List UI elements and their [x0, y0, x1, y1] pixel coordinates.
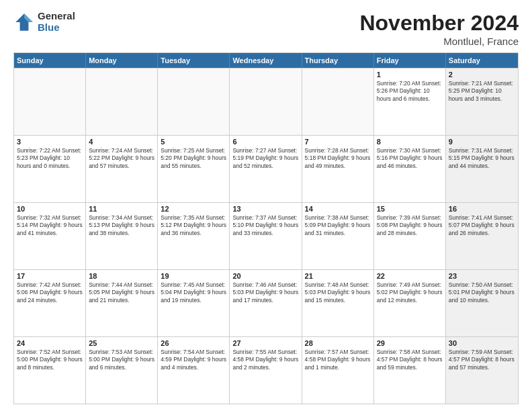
day-cell-3-4: 21Sunrise: 7:48 AM Sunset: 5:03 PM Dayli…: [302, 270, 374, 336]
day-cell-1-1: 4Sunrise: 7:24 AM Sunset: 5:22 PM Daylig…: [86, 136, 158, 202]
header-friday: Friday: [374, 53, 446, 68]
day-number-2-4: 14: [305, 205, 371, 213]
logo-blue-text: Blue: [38, 22, 75, 34]
day-info-3-6: Sunrise: 7:50 AM Sunset: 5:01 PM Dayligh…: [449, 281, 515, 304]
day-cell-3-0: 17Sunrise: 7:42 AM Sunset: 5:06 PM Dayli…: [14, 270, 86, 336]
day-info-1-4: Sunrise: 7:28 AM Sunset: 5:18 PM Dayligh…: [305, 147, 371, 170]
day-info-1-5: Sunrise: 7:30 AM Sunset: 5:16 PM Dayligh…: [377, 147, 443, 170]
day-cell-3-5: 22Sunrise: 7:49 AM Sunset: 5:02 PM Dayli…: [374, 270, 446, 336]
day-number-3-0: 17: [17, 272, 83, 280]
day-number-3-1: 18: [89, 272, 154, 280]
day-number-4-6: 30: [449, 339, 515, 347]
day-info-2-0: Sunrise: 7:32 AM Sunset: 5:14 PM Dayligh…: [17, 214, 83, 237]
day-cell-1-0: 3Sunrise: 7:22 AM Sunset: 5:23 PM Daylig…: [14, 136, 86, 202]
day-number-2-5: 15: [377, 205, 443, 213]
logo-icon: [13, 11, 35, 33]
title-month: November 2024: [359, 11, 519, 36]
calendar-header: Sunday Monday Tuesday Wednesday Thursday…: [14, 53, 518, 68]
day-cell-4-0: 24Sunrise: 7:52 AM Sunset: 5:00 PM Dayli…: [14, 337, 86, 404]
day-info-3-1: Sunrise: 7:44 AM Sunset: 5:05 PM Dayligh…: [89, 281, 154, 304]
day-number-1-2: 5: [161, 138, 226, 146]
day-number-4-2: 26: [161, 339, 226, 347]
title-location: Montluel, France: [359, 36, 519, 47]
day-info-0-5: Sunrise: 7:20 AM Sunset: 5:26 PM Dayligh…: [377, 80, 443, 103]
day-info-3-4: Sunrise: 7:48 AM Sunset: 5:03 PM Dayligh…: [305, 281, 371, 304]
day-info-4-1: Sunrise: 7:53 AM Sunset: 5:00 PM Dayligh…: [89, 349, 154, 371]
day-number-2-2: 12: [161, 205, 226, 213]
day-info-1-0: Sunrise: 7:22 AM Sunset: 5:23 PM Dayligh…: [17, 147, 83, 170]
day-info-0-6: Sunrise: 7:21 AM Sunset: 5:25 PM Dayligh…: [449, 80, 515, 103]
day-cell-4-4: 28Sunrise: 7:57 AM Sunset: 4:58 PM Dayli…: [302, 337, 374, 404]
week-row-0: 1Sunrise: 7:20 AM Sunset: 5:26 PM Daylig…: [14, 68, 518, 135]
day-number-1-5: 8: [377, 138, 443, 146]
day-number-1-1: 4: [89, 138, 154, 146]
day-info-4-3: Sunrise: 7:55 AM Sunset: 4:58 PM Dayligh…: [232, 349, 298, 371]
day-number-2-6: 16: [449, 205, 515, 213]
header-wednesday: Wednesday: [230, 53, 302, 68]
day-info-1-2: Sunrise: 7:25 AM Sunset: 5:20 PM Dayligh…: [161, 147, 226, 170]
day-info-2-6: Sunrise: 7:41 AM Sunset: 5:07 PM Dayligh…: [449, 214, 515, 237]
day-info-1-6: Sunrise: 7:31 AM Sunset: 5:15 PM Dayligh…: [449, 147, 515, 170]
day-info-2-1: Sunrise: 7:34 AM Sunset: 5:13 PM Dayligh…: [89, 214, 154, 237]
calendar: Sunday Monday Tuesday Wednesday Thursday…: [13, 52, 519, 404]
day-number-0-6: 2: [449, 71, 515, 79]
day-number-3-6: 23: [449, 272, 515, 280]
day-number-0-5: 1: [377, 71, 443, 79]
day-number-4-1: 25: [89, 339, 154, 347]
day-number-3-2: 19: [161, 272, 226, 280]
day-cell-2-0: 10Sunrise: 7:32 AM Sunset: 5:14 PM Dayli…: [14, 203, 86, 269]
day-cell-1-6: 9Sunrise: 7:31 AM Sunset: 5:15 PM Daylig…: [446, 136, 518, 202]
day-cell-3-1: 18Sunrise: 7:44 AM Sunset: 5:05 PM Dayli…: [86, 270, 158, 336]
day-cell-1-2: 5Sunrise: 7:25 AM Sunset: 5:20 PM Daylig…: [158, 136, 230, 202]
day-cell-0-3: [230, 68, 302, 135]
day-cell-1-3: 6Sunrise: 7:27 AM Sunset: 5:19 PM Daylig…: [230, 136, 302, 202]
day-info-3-5: Sunrise: 7:49 AM Sunset: 5:02 PM Dayligh…: [377, 281, 443, 304]
day-cell-0-5: 1Sunrise: 7:20 AM Sunset: 5:26 PM Daylig…: [374, 68, 446, 135]
day-cell-2-6: 16Sunrise: 7:41 AM Sunset: 5:07 PM Dayli…: [446, 203, 518, 269]
week-row-4: 24Sunrise: 7:52 AM Sunset: 5:00 PM Dayli…: [14, 336, 518, 404]
day-info-2-4: Sunrise: 7:38 AM Sunset: 5:09 PM Dayligh…: [305, 214, 371, 237]
day-cell-0-4: [302, 68, 374, 135]
day-number-1-0: 3: [17, 138, 83, 146]
day-number-1-6: 9: [449, 138, 515, 146]
day-info-1-3: Sunrise: 7:27 AM Sunset: 5:19 PM Dayligh…: [232, 147, 298, 170]
week-row-2: 10Sunrise: 7:32 AM Sunset: 5:14 PM Dayli…: [14, 202, 518, 269]
day-cell-4-6: 30Sunrise: 7:59 AM Sunset: 4:57 PM Dayli…: [446, 337, 518, 404]
page: General Blue November 2024 Montluel, Fra…: [0, 0, 532, 411]
day-cell-4-5: 29Sunrise: 7:58 AM Sunset: 4:57 PM Dayli…: [374, 337, 446, 404]
day-number-2-0: 10: [17, 205, 83, 213]
day-number-2-1: 11: [89, 205, 154, 213]
day-info-2-5: Sunrise: 7:39 AM Sunset: 5:08 PM Dayligh…: [377, 214, 443, 237]
day-number-3-4: 21: [305, 272, 371, 280]
day-number-2-3: 13: [232, 205, 298, 213]
day-info-4-0: Sunrise: 7:52 AM Sunset: 5:00 PM Dayligh…: [17, 349, 83, 371]
day-cell-2-3: 13Sunrise: 7:37 AM Sunset: 5:10 PM Dayli…: [230, 203, 302, 269]
day-info-4-2: Sunrise: 7:54 AM Sunset: 4:59 PM Dayligh…: [161, 349, 226, 371]
day-info-4-6: Sunrise: 7:59 AM Sunset: 4:57 PM Dayligh…: [449, 349, 515, 371]
day-number-4-4: 28: [305, 339, 371, 347]
day-cell-4-3: 27Sunrise: 7:55 AM Sunset: 4:58 PM Dayli…: [230, 337, 302, 404]
header: General Blue November 2024 Montluel, Fra…: [13, 11, 519, 47]
header-thursday: Thursday: [302, 53, 374, 68]
day-number-4-5: 29: [377, 339, 443, 347]
day-info-4-4: Sunrise: 7:57 AM Sunset: 4:58 PM Dayligh…: [305, 349, 371, 371]
day-info-3-2: Sunrise: 7:45 AM Sunset: 5:04 PM Dayligh…: [161, 281, 226, 304]
day-info-3-3: Sunrise: 7:46 AM Sunset: 5:03 PM Dayligh…: [232, 281, 298, 304]
day-number-1-3: 6: [232, 138, 298, 146]
week-row-1: 3Sunrise: 7:22 AM Sunset: 5:23 PM Daylig…: [14, 135, 518, 202]
logo-text: General Blue: [38, 11, 75, 33]
day-cell-3-3: 20Sunrise: 7:46 AM Sunset: 5:03 PM Dayli…: [230, 270, 302, 336]
day-cell-1-4: 7Sunrise: 7:28 AM Sunset: 5:18 PM Daylig…: [302, 136, 374, 202]
calendar-body: 1Sunrise: 7:20 AM Sunset: 5:26 PM Daylig…: [14, 68, 518, 404]
day-cell-0-6: 2Sunrise: 7:21 AM Sunset: 5:25 PM Daylig…: [446, 68, 518, 135]
header-monday: Monday: [86, 53, 158, 68]
logo: General Blue: [13, 11, 75, 33]
header-tuesday: Tuesday: [158, 53, 230, 68]
header-sunday: Sunday: [14, 53, 86, 68]
title-block: November 2024 Montluel, France: [359, 11, 519, 47]
day-cell-2-2: 12Sunrise: 7:35 AM Sunset: 5:12 PM Dayli…: [158, 203, 230, 269]
day-info-1-1: Sunrise: 7:24 AM Sunset: 5:22 PM Dayligh…: [89, 147, 154, 170]
day-info-3-0: Sunrise: 7:42 AM Sunset: 5:06 PM Dayligh…: [17, 281, 83, 304]
day-cell-4-2: 26Sunrise: 7:54 AM Sunset: 4:59 PM Dayli…: [158, 337, 230, 404]
day-cell-2-4: 14Sunrise: 7:38 AM Sunset: 5:09 PM Dayli…: [302, 203, 374, 269]
